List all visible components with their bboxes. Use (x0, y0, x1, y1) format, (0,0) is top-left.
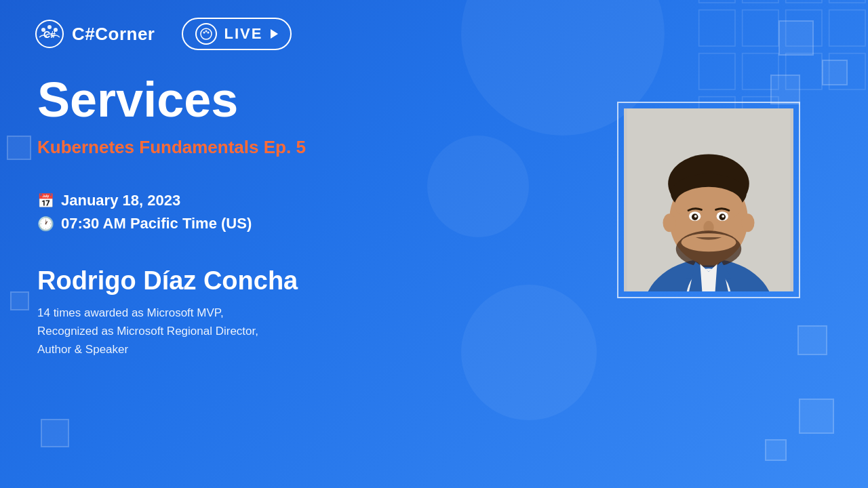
speaker-photo-frame (617, 102, 800, 298)
logo-text: C#Corner (72, 24, 155, 45)
svg-point-24 (208, 32, 210, 34)
logo-area: C# C#Corner (34, 18, 155, 49)
event-date: January 18, 2023 (61, 192, 180, 209)
clock-icon: 🕐 (37, 216, 54, 232)
svg-point-42 (663, 214, 676, 232)
event-time: 07:30 AM Pacific Time (US) (61, 215, 252, 232)
svg-point-32 (675, 187, 743, 224)
play-icon (271, 29, 278, 39)
speaker-bio-line3: Author & Speaker (37, 343, 128, 356)
speaker-bio-line1: 14 times awarded as Microsoft MVP, (37, 306, 224, 319)
speaker-photo (624, 108, 793, 291)
deco-square-5 (10, 291, 29, 310)
svg-point-37 (694, 215, 697, 218)
svg-point-18 (41, 28, 45, 32)
svg-point-20 (54, 28, 58, 32)
svg-point-21 (201, 28, 212, 39)
live-logo-small (199, 27, 213, 41)
svg-point-41 (682, 233, 736, 251)
svg-point-22 (203, 32, 205, 34)
svg-point-43 (741, 214, 754, 232)
header: C# C#Corner (0, 0, 868, 68)
svg-point-19 (47, 25, 52, 29)
live-icon-circle (195, 23, 217, 45)
calendar-icon: 📅 (37, 192, 54, 209)
live-badge: LIVE (182, 18, 292, 50)
speaker-portrait-svg (624, 108, 793, 291)
background: C# C#Corner (0, 0, 868, 488)
speaker-bio-line2: Recognized as Microsoft Regional Directo… (37, 325, 258, 338)
deco-square-4 (7, 136, 31, 160)
svg-point-23 (205, 30, 208, 33)
csharp-corner-logo-icon: C# (34, 18, 65, 49)
svg-point-38 (722, 215, 724, 218)
live-label: LIVE (224, 25, 262, 43)
speaker-bio: 14 times awarded as Microsoft MVP, Recog… (37, 304, 363, 359)
